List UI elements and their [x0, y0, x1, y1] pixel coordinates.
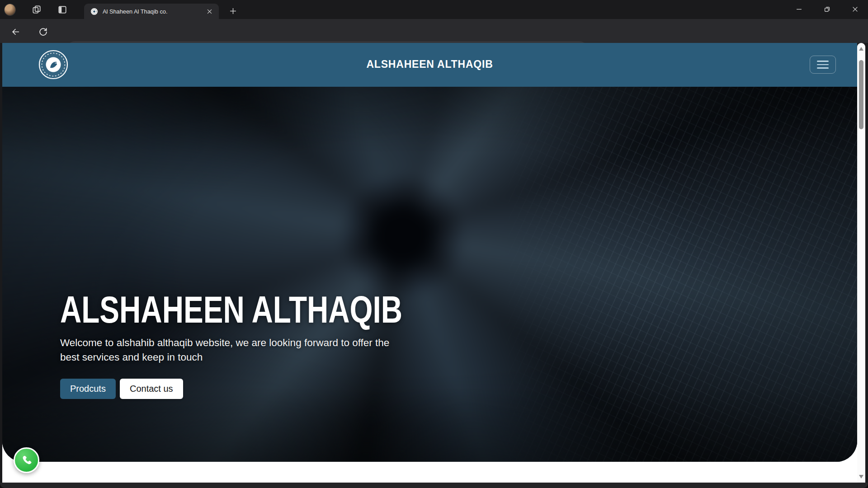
minimize-button[interactable]	[788, 0, 809, 18]
site-header: ALSHAHEEN ALTHAQIB	[2, 43, 857, 87]
restore-button[interactable]	[816, 0, 837, 18]
hero-subtext: Welcome to alshahib althaqib website, we…	[60, 336, 397, 364]
browser-tab-bar: Al Shaheen Al Thaqib co.	[0, 0, 868, 19]
profile-avatar[interactable]	[4, 4, 16, 15]
tab-favicon	[90, 8, 98, 15]
window-bottom-edge	[0, 483, 868, 488]
site-header-title: ALSHAHEEN ALTHAQIB	[2, 58, 857, 70]
new-tab-button[interactable]	[226, 4, 240, 18]
back-icon[interactable]	[9, 26, 22, 38]
hero-vignette	[2, 87, 857, 462]
hero-section: ALSHAHEEN ALTHAQIB Welcome to alshahib a…	[2, 87, 857, 462]
whatsapp-button[interactable]	[14, 447, 39, 473]
tab-close-icon[interactable]	[204, 6, 214, 16]
hamburger-menu-button[interactable]	[810, 56, 836, 74]
browser-window: Al Shaheen Al Thaqib co.	[0, 0, 868, 488]
web-page: ALSHAHEEN ALTHAQIB ALSHAHEEN ALTHAQIB We…	[2, 43, 857, 483]
hero-heading: ALSHAHEEN ALTHAQIB	[60, 291, 402, 328]
avatar	[4, 4, 16, 16]
contact-us-button[interactable]: Contact us	[120, 379, 183, 399]
tab-title: Al Shaheen Al Thaqib co.	[103, 8, 204, 15]
scrollbar-up-arrow[interactable]	[859, 47, 863, 51]
whatsapp-phone-icon	[20, 454, 33, 467]
scrollbar-thumb[interactable]	[859, 60, 863, 129]
hero-actions: Prodcuts Contact us	[60, 379, 183, 399]
products-button[interactable]: Prodcuts	[60, 379, 116, 399]
workspaces-icon[interactable]	[31, 4, 42, 15]
page-scrollbar[interactable]	[857, 43, 865, 483]
scrollbar-down-arrow[interactable]	[859, 475, 863, 479]
browser-toolbar: https://alshahinalthaqib.com.iq/en.html	[0, 19, 868, 43]
refresh-icon[interactable]	[36, 26, 50, 38]
active-tab[interactable]: Al Shaheen Al Thaqib co.	[84, 4, 219, 19]
tab-actions-icon[interactable]	[57, 4, 68, 15]
close-window-button[interactable]	[844, 0, 865, 18]
